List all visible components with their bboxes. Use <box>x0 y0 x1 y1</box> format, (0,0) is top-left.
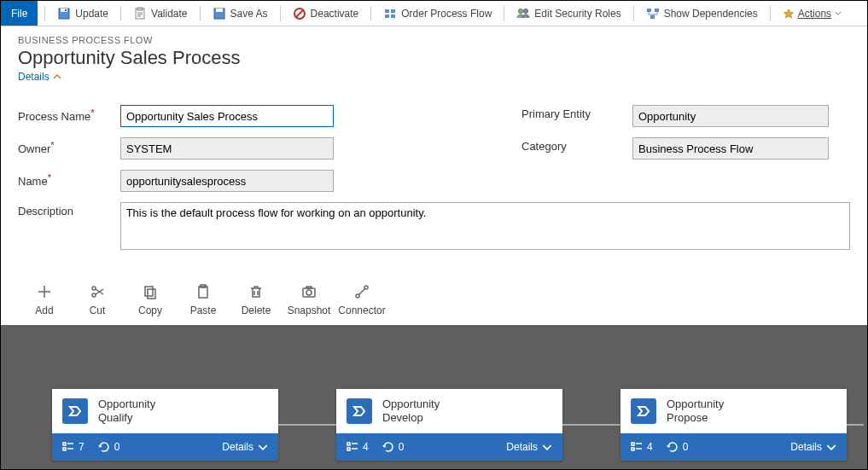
process-name-input[interactable] <box>120 105 334 127</box>
description-label: Description <box>18 202 120 250</box>
actions-label: Actions <box>798 8 831 20</box>
file-menu-button[interactable]: File <box>1 1 38 26</box>
delete-action[interactable]: Delete <box>230 284 283 316</box>
stage-details-button[interactable]: Details <box>790 441 836 453</box>
svg-rect-34 <box>632 448 634 450</box>
svg-point-19 <box>92 287 96 290</box>
trash-icon <box>248 284 264 299</box>
paste-action[interactable]: Paste <box>177 284 230 316</box>
stage-details-button[interactable]: Details <box>506 441 552 453</box>
svg-rect-2 <box>65 9 67 11</box>
svg-point-14 <box>524 9 528 13</box>
delete-label: Delete <box>242 305 271 316</box>
form: Process Name* Primary Entity Owner* Cate… <box>1 90 867 269</box>
owner-input[interactable] <box>120 137 334 160</box>
connector-icon <box>354 284 370 299</box>
separator <box>504 6 504 21</box>
breadcrumb: BUSINESS PROCESS FLOW <box>18 35 850 45</box>
svg-rect-15 <box>647 9 651 12</box>
stage-qualify[interactable]: OpportunityQualify 7 0 Details <box>52 389 278 461</box>
edit-security-roles-button[interactable]: Edit Security Roles <box>511 1 626 26</box>
separator <box>200 6 201 21</box>
stage-develop[interactable]: OpportunityDevelop 4 0 Details <box>336 389 562 461</box>
stage-name: OpportunityQualify <box>98 397 155 424</box>
dependencies-icon <box>646 7 660 20</box>
stage-name: OpportunityPropose <box>667 397 724 424</box>
svg-rect-17 <box>650 15 655 19</box>
paste-label: Paste <box>190 305 217 316</box>
category-label: Category <box>521 137 632 160</box>
step-count: 4 <box>347 441 369 453</box>
copy-icon <box>143 284 158 299</box>
loop-count: 0 <box>382 441 405 453</box>
svg-rect-32 <box>347 448 350 450</box>
validate-button[interactable]: Validate <box>128 1 192 26</box>
step-count: 7 <box>62 441 84 453</box>
actions-menu-button[interactable]: Actions <box>778 8 847 20</box>
copy-action[interactable]: Copy <box>124 284 177 316</box>
details-label: Details <box>18 71 50 83</box>
add-action[interactable]: Add <box>18 284 71 316</box>
stage-icon <box>347 398 372 424</box>
stage-icon <box>62 398 88 424</box>
camera-icon <box>301 284 317 299</box>
svg-rect-4 <box>137 8 143 10</box>
name-label: Name* <box>18 170 120 192</box>
name-input[interactable] <box>120 170 334 192</box>
svg-rect-11 <box>385 15 389 18</box>
step-count: 4 <box>631 441 653 453</box>
separator <box>770 6 771 21</box>
chevron-up-icon <box>53 74 61 79</box>
save-as-label: Save As <box>230 8 268 20</box>
svg-rect-16 <box>655 9 659 12</box>
loop-count: 0 <box>667 441 689 453</box>
separator <box>44 6 45 21</box>
order-process-flow-button[interactable]: Order Process Flow <box>378 1 497 26</box>
svg-line-8 <box>296 10 303 17</box>
actions-icon <box>783 8 795 20</box>
svg-rect-33 <box>632 443 634 445</box>
stage-propose[interactable]: OpportunityPropose 4 0 Details <box>620 389 847 461</box>
order-process-flow-label: Order Process Flow <box>401 8 492 20</box>
snapshot-label: Snapshot <box>288 305 331 316</box>
description-textarea[interactable]: This is the default process flow for wor… <box>120 202 850 250</box>
toolbar: File Update Validate Save As Deactivate … <box>1 1 867 26</box>
deactivate-icon <box>293 7 306 20</box>
update-button[interactable]: Update <box>52 1 114 26</box>
svg-rect-9 <box>385 9 389 13</box>
validate-label: Validate <box>151 8 187 20</box>
svg-rect-6 <box>216 9 223 12</box>
connector-action[interactable]: Connector <box>335 284 388 316</box>
stage-details-button[interactable]: Details <box>222 441 268 453</box>
svg-rect-12 <box>391 15 395 18</box>
scissors-icon <box>90 284 105 299</box>
cut-action[interactable]: Cut <box>71 284 124 316</box>
separator <box>370 6 371 21</box>
deactivate-button[interactable]: Deactivate <box>288 1 364 26</box>
separator <box>633 6 634 21</box>
svg-point-13 <box>519 9 523 13</box>
snapshot-action[interactable]: Snapshot <box>283 284 335 316</box>
header: BUSINESS PROCESS FLOW Opportunity Sales … <box>1 26 867 90</box>
svg-rect-29 <box>63 443 66 445</box>
details-toggle[interactable]: Details <box>18 71 61 83</box>
plus-icon <box>37 284 52 299</box>
connector-label: Connector <box>338 305 385 316</box>
cut-label: Cut <box>90 305 106 316</box>
stages-row: OpportunityQualify 7 0 Details Opportuni… <box>1 389 867 461</box>
separator <box>280 6 281 21</box>
loop-count: 0 <box>98 441 120 453</box>
owner-label: Owner* <box>18 137 120 160</box>
svg-rect-26 <box>306 287 312 288</box>
chevron-down-icon <box>835 11 842 15</box>
chevron-down-icon <box>258 444 268 450</box>
save-as-icon <box>213 7 226 20</box>
copy-label: Copy <box>138 305 162 316</box>
designer-canvas[interactable]: OpportunityQualify 7 0 Details Opportuni… <box>1 325 867 470</box>
stage-name: OpportunityDevelop <box>382 397 440 424</box>
save-as-button[interactable]: Save As <box>207 1 273 26</box>
show-dependencies-label: Show Dependencies <box>664 8 758 20</box>
svg-point-25 <box>306 290 312 295</box>
process-name-label: Process Name* <box>18 105 120 127</box>
show-dependencies-button[interactable]: Show Dependencies <box>641 1 763 26</box>
